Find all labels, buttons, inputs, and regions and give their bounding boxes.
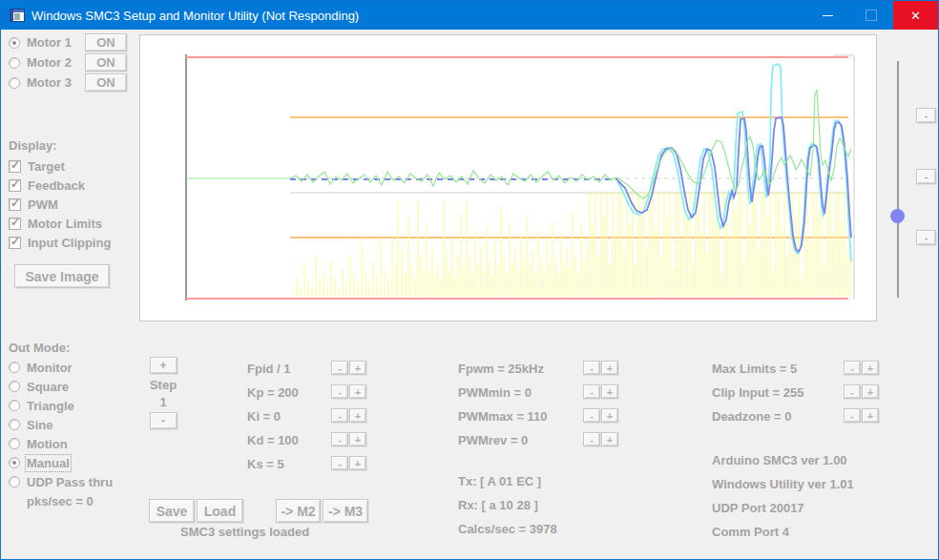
pid-param-label: Kd = 100	[247, 433, 299, 447]
copy-to-m2-button[interactable]: -> M2	[276, 499, 321, 523]
pid-param-label: Kp = 200	[247, 385, 299, 400]
close-button[interactable]: ✕	[893, 1, 938, 30]
version-info-group: Arduino SMC3 ver 1.00Windows Utility ver…	[712, 453, 854, 549]
step-value: 1	[159, 395, 166, 409]
titlebar: Windows SMC3 Setup and Monitor Utility (…	[1, 1, 938, 30]
limits-param-minus-button[interactable]: -	[844, 361, 861, 375]
out-mode-radio[interactable]	[9, 457, 20, 468]
minimize-button[interactable]	[805, 1, 849, 30]
save-image-button[interactable]: Save Image	[14, 264, 110, 288]
pid-param-row: Kp = 200-+	[247, 383, 390, 406]
pwm-param-minus-button[interactable]: -	[583, 432, 600, 446]
motor-on-button[interactable]: ON	[85, 73, 127, 92]
pid-param-plus-button[interactable]: +	[349, 384, 366, 399]
pid-param-row: Ks = 5-+	[247, 454, 390, 478]
copy-to-m3-button[interactable]: -> M3	[323, 499, 368, 523]
motor-radio[interactable]	[9, 77, 20, 89]
pwm-param-minus-button[interactable]: -	[583, 384, 600, 399]
pks-per-sec-label: pks/sec = 0	[27, 494, 94, 508]
minimize-icon	[823, 15, 833, 16]
step-minus-button[interactable]: -	[150, 412, 177, 429]
tx-status: Tx: [ A 01 EC ]	[458, 474, 557, 498]
pid-param-minus-button[interactable]: -	[331, 456, 348, 470]
pwm-param-plus-button[interactable]: +	[601, 408, 618, 423]
display-checkbox[interactable]	[9, 179, 21, 192]
out-mode-radio[interactable]	[9, 381, 20, 392]
display-heading: Display:	[9, 138, 111, 153]
pid-param-group: Fpid / 1-+Kp = 200-+Ki = 0-+Kd = 100-+Ks…	[247, 359, 390, 478]
limits-param-plus-button[interactable]: +	[862, 384, 879, 399]
pwm-trace	[293, 194, 850, 297]
display-group: Display: TargetFeedbackPWMMotor LimitsIn…	[9, 138, 111, 252]
version-info-line: Windows Utility ver 1.01	[712, 477, 854, 501]
display-checkbox[interactable]	[9, 198, 21, 211]
version-info-line: UDP Port 20017	[712, 501, 854, 525]
out-mode-option-label: Sine	[27, 418, 52, 432]
pid-param-plus-button[interactable]: +	[349, 432, 366, 446]
out-mode-radio[interactable]	[9, 362, 20, 373]
scale-slider-track[interactable]	[897, 61, 899, 298]
out-mode-radio[interactable]	[9, 476, 20, 487]
motor-radio[interactable]	[9, 57, 20, 69]
pid-param-label: Ki = 0	[247, 409, 281, 424]
pwm-param-minus-button[interactable]: -	[583, 361, 600, 375]
display-checkbox[interactable]	[9, 160, 21, 173]
scale-minus-button[interactable]: -	[916, 108, 936, 123]
motor-label: Motor 1	[27, 35, 72, 50]
out-mode-radio[interactable]	[9, 400, 20, 411]
pwm-param-row: PWMmin = 0-+	[458, 383, 630, 406]
pid-param-minus-button[interactable]: -	[331, 432, 348, 446]
limits-param-minus-button[interactable]: -	[844, 408, 861, 423]
limits-param-label: Deadzone = 0	[712, 409, 791, 424]
display-option-label: PWM	[28, 197, 58, 212]
display-options: TargetFeedbackPWMMotor LimitsInput Clipp…	[9, 156, 111, 252]
step-plus-button[interactable]: +	[150, 357, 177, 374]
comm-status-group: Tx: [ A 01 EC ] Rx: [ a 10 28 ] Calcs/se…	[458, 474, 557, 546]
pwm-param-row: PWMrev = 0-+	[458, 430, 630, 454]
out-mode-option-row: Triangle	[9, 396, 113, 415]
pid-param-plus-button[interactable]: +	[349, 361, 366, 375]
motor-radio[interactable]	[9, 37, 20, 49]
display-checkbox[interactable]	[9, 237, 21, 249]
out-mode-radio[interactable]	[9, 438, 20, 449]
out-mode-radio[interactable]	[9, 419, 20, 430]
out-mode-option-row: Square	[9, 377, 113, 396]
motor-select-group: Motor 1ONMotor 2ONMotor 3ON	[9, 32, 136, 93]
limits-param-plus-button[interactable]: +	[862, 408, 879, 423]
pwm-param-label: Fpwm = 25kHz	[458, 362, 544, 376]
out-mode-option-label: Motion	[27, 437, 68, 451]
pid-param-minus-button[interactable]: -	[331, 384, 348, 399]
display-option-label: Target	[28, 159, 65, 174]
maximize-icon	[866, 10, 877, 21]
motor-on-button[interactable]: ON	[85, 33, 127, 52]
pwm-param-plus-button[interactable]: +	[601, 361, 618, 375]
pid-param-plus-button[interactable]: +	[349, 456, 366, 470]
display-option-row: Motor Limits	[9, 214, 111, 233]
close-icon: ✕	[910, 9, 921, 23]
limits-param-minus-button[interactable]: -	[844, 384, 861, 399]
display-checkbox[interactable]	[9, 218, 21, 230]
save-settings-button[interactable]: Save	[149, 499, 195, 523]
limits-param-plus-button[interactable]: +	[862, 361, 879, 375]
load-settings-button[interactable]: Load	[197, 499, 243, 523]
motor-on-button[interactable]: ON	[85, 53, 127, 72]
pid-param-plus-button[interactable]: +	[349, 408, 366, 423]
motor-label: Motor 2	[27, 55, 72, 70]
pwm-param-plus-button[interactable]: +	[601, 384, 618, 399]
pid-param-row: Ki = 0-+	[247, 406, 390, 430]
step-label: Step	[150, 378, 177, 392]
out-mode-option-label: Monitor	[27, 361, 73, 375]
pid-param-minus-button[interactable]: -	[331, 408, 348, 423]
display-option-label: Feedback	[28, 178, 85, 193]
pid-param-minus-button[interactable]: -	[331, 361, 348, 375]
maximize-button[interactable]	[849, 1, 893, 30]
display-option-label: Input Clipping	[28, 236, 111, 250]
pwm-param-minus-button[interactable]: -	[583, 408, 600, 423]
out-mode-option-label: Square	[27, 380, 69, 394]
scale-minus-button[interactable]: -	[916, 169, 936, 184]
pid-param-row: Kd = 100-+	[247, 430, 390, 454]
scale-minus-button[interactable]: -	[916, 230, 936, 245]
pwm-param-plus-button[interactable]: +	[601, 432, 618, 446]
pwm-param-label: PWMmax = 110	[458, 409, 548, 424]
scale-slider-thumb[interactable]	[890, 209, 905, 223]
